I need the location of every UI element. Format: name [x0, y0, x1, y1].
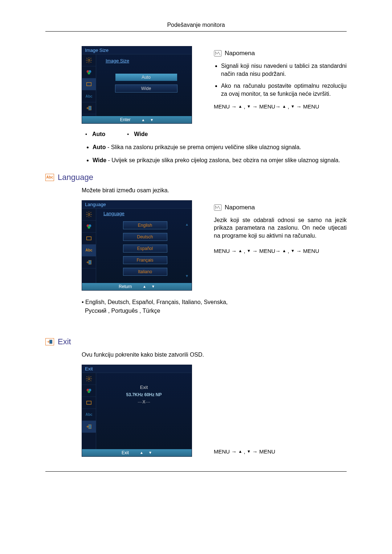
osd-footer-label: Enter [120, 117, 131, 122]
brightness-tab-icon [82, 373, 96, 385]
osd-group-label: Language [103, 211, 187, 216]
svg-line-6 [91, 62, 91, 63]
svg-line-22 [91, 212, 91, 213]
note-item: Signali koji nisu navedeni u tablici za … [221, 62, 347, 78]
osd-footer: Enter ▲▼ [82, 116, 192, 123]
svg-point-31 [88, 378, 90, 379]
osd-tabs: Abc [82, 373, 96, 449]
language-tab-icon: Abc [82, 409, 96, 421]
menu-navigation: MENU → ▲ , ▼ → MENU→ ▲ , ▼ → MENU [214, 103, 347, 110]
desc-auto: Auto - Slika na zaslonu prikazuje se pre… [93, 143, 347, 151]
svg-point-11 [87, 72, 90, 74]
exit-tab-icon [82, 102, 96, 114]
osd-option-espanol: Español [123, 245, 167, 253]
note-body: Jezik koji ste odabrali odnosi se samo n… [214, 216, 347, 240]
exit-tab-icon [82, 257, 96, 268]
svg-line-23 [87, 216, 87, 217]
scroll-down-icon: ▼ [185, 274, 189, 278]
image-tab-icon [82, 78, 96, 90]
svg-line-36 [87, 376, 87, 377]
brightness-tab-icon [82, 209, 96, 221]
heading-exit: Exit [45, 337, 347, 346]
brightness-tab-icon [82, 54, 96, 66]
svg-line-7 [91, 58, 91, 59]
language-tab-icon: Abc [82, 245, 96, 257]
image-tab-icon [82, 233, 96, 245]
svg-line-5 [87, 58, 87, 59]
menu-navigation: MENU → ▲ , ▼ → MENU→ ▲ , ▼ → MENU [214, 247, 347, 255]
osd-option-auto: Auto [115, 74, 177, 81]
osd-language: Language Abc [82, 200, 192, 291]
osd-footer: Return ▲▼ [82, 283, 192, 290]
osd-exit-line1: Exit [96, 385, 192, 390]
osd-option-francais: Français [123, 256, 167, 264]
abc-icon: Abc [45, 174, 54, 181]
osd-title: Language [82, 201, 192, 209]
svg-rect-44 [89, 424, 91, 428]
exit-intro: Ovu funkciju pokrenite kako biste zatvor… [45, 352, 347, 358]
osd-option-wide: Wide [115, 85, 177, 93]
image-tab-icon [82, 397, 96, 409]
osd-exit-line2: 53.7KHz 60Hz NP [96, 392, 192, 397]
svg-point-42 [87, 390, 90, 393]
osd-exit-line3: ····X···· [96, 399, 192, 405]
osd-option-english: English [123, 221, 167, 229]
osd-footer-label: Exit [122, 450, 129, 455]
osd-tabs: Abc [82, 54, 96, 116]
svg-point-15 [88, 213, 90, 215]
osd-option-deutsch: Deutsch [123, 233, 167, 241]
osd-tabs: Abc [82, 209, 96, 283]
note-icon [214, 50, 222, 57]
language-intro: Možete birati između osam jezika. [45, 187, 347, 194]
svg-point-26 [87, 226, 90, 229]
osd-group-label: Image Size [106, 58, 187, 63]
option-auto: •Auto [85, 131, 105, 138]
note-icon [214, 204, 222, 211]
arrow-icons: ▲▼ [141, 118, 154, 122]
note-item: Ako na računalu postavite optimalnu rezo… [221, 82, 347, 98]
osd-image-size: Image Size Abc [82, 46, 192, 124]
svg-rect-13 [89, 106, 91, 110]
svg-rect-43 [87, 401, 91, 404]
language-tab-icon: Abc [82, 90, 96, 102]
heading-language: Abc Language [45, 173, 347, 182]
option-wide: •Wide [127, 131, 148, 138]
svg-rect-12 [87, 83, 91, 86]
language-list: • English, Deutsch, Español, Français, I… [45, 298, 347, 315]
color-tab-icon [82, 66, 96, 78]
scroll-up-icon: ▲ [185, 222, 189, 226]
desc-wide: Wide - Uvijek se prikazuje slika preko c… [93, 156, 347, 164]
color-tab-icon [82, 221, 96, 233]
svg-line-38 [91, 376, 91, 377]
svg-line-37 [91, 380, 91, 381]
note-list: Signali koji nisu navedeni u tablici za … [214, 62, 347, 98]
svg-line-21 [91, 216, 91, 217]
osd-title: Image Size [82, 46, 192, 54]
divider [45, 471, 347, 472]
exit-heading-icon [45, 338, 54, 345]
osd-footer: Exit ▲▼ [82, 449, 192, 456]
arrow-icons: ▲▼ [143, 284, 155, 288]
osd-footer-label: Return [119, 284, 132, 289]
divider [45, 31, 347, 32]
note-heading: Napomena [225, 50, 255, 57]
arrow-icons: ▲▼ [140, 451, 152, 455]
svg-rect-28 [89, 260, 91, 264]
osd-exit: Exit Abc [82, 365, 192, 457]
color-tab-icon [82, 385, 96, 397]
page-header: Podešavanje monitora [45, 22, 347, 28]
svg-line-8 [87, 62, 87, 63]
svg-point-0 [88, 59, 90, 61]
note-heading: Napomena [225, 204, 255, 211]
osd-title: Exit [82, 365, 192, 373]
svg-line-20 [87, 212, 87, 213]
menu-navigation: MENU → ▲ , ▼ → MENU [214, 448, 347, 455]
svg-line-39 [87, 380, 87, 381]
svg-rect-30 [49, 340, 52, 344]
osd-option-italiano: Italiano [123, 268, 167, 276]
exit-tab-icon [82, 421, 96, 433]
svg-rect-27 [87, 237, 91, 240]
